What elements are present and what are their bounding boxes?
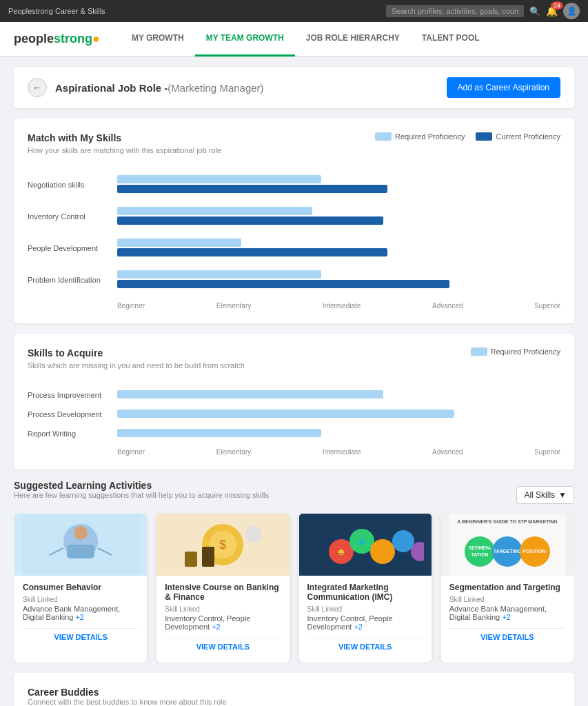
svg-point-17	[392, 530, 414, 552]
match-skills-subtitle: How your skills are matching with this a…	[28, 146, 221, 154]
page-header: ← Aspirational Job Role - (Marketing Man…	[14, 67, 574, 108]
match-skill-row-2: People Development	[28, 239, 560, 258]
acquire-title: Skills to Acquire	[28, 347, 245, 359]
suggested-learning-titles: Suggested Learning Activities Here are f…	[14, 480, 269, 510]
skills-filter-dropdown[interactable]: All Skills ▼	[516, 486, 574, 504]
learning-card-4-body: Segmentation and Targeting Skill Linked …	[441, 576, 574, 652]
top-bar-right: 🔍 🔔 24 👤	[386, 3, 580, 19]
acquire-axis-beginner: Beginner	[117, 448, 145, 456]
learning-card-3-title: Integrated Marketing Communication (IMC)	[307, 583, 423, 602]
svg-rect-12	[202, 547, 214, 567]
match-skill-row-1: Inventory Control	[28, 207, 560, 226]
legend-current: Current Proficiency	[476, 132, 560, 141]
bar-required-1	[117, 207, 312, 215]
match-skill-label-2: People Development	[28, 244, 117, 252]
suggested-learning-subtitle: Here are few learning suggestions that w…	[14, 491, 269, 499]
buddies-subtitle: Connect with the best buddies to know mo…	[28, 698, 227, 706]
acquire-axis-intermediate: Intermediate	[323, 448, 361, 456]
nav-bar: peoplestrong● MY GROWTH MY TEAM GROWTH J…	[0, 22, 588, 57]
skills-acquire-card: Skills to Acquire Skills which are missi…	[14, 334, 574, 470]
acquire-legend-label: Required Proficiency	[491, 347, 561, 356]
buddies-header: Career Buddies Connect with the best bud…	[28, 687, 560, 706]
learning-card-2-body: Intensive Course on Banking & Finance Sk…	[156, 576, 289, 662]
buddies-title: Career Buddies	[28, 687, 227, 698]
top-bar: Peoplestrong Career & Skills 🔍 🔔 24 👤	[0, 0, 588, 22]
learning-card-4-tag: +2	[502, 613, 511, 621]
buddies-titles: Career Buddies Connect with the best bud…	[28, 687, 227, 706]
match-skills-header: Match with My Skills How your skills are…	[28, 132, 560, 165]
learning-card-2-title: Intensive Course on Banking & Finance	[165, 583, 281, 602]
svg-point-23	[465, 536, 495, 567]
learning-card-2-skill-value: Inventory Control, People Development +2	[165, 614, 281, 631]
svg-point-10	[245, 526, 262, 543]
acquire-skill-label-1: Process Development	[28, 410, 117, 418]
legend-current-box	[476, 132, 492, 141]
career-buddies-section: Career Buddies Connect with the best bud…	[14, 673, 574, 706]
bar-current-2	[117, 248, 387, 256]
match-skills-titles: Match with My Skills How your skills are…	[28, 132, 221, 165]
svg-point-2	[74, 526, 88, 540]
search-icon[interactable]: 🔍	[529, 6, 540, 17]
suggested-learning-header: Suggested Learning Activities Here are f…	[14, 480, 574, 510]
learning-card-3-tag: +2	[354, 623, 363, 631]
learning-card-1-tag: +2	[75, 613, 84, 621]
bar-current-0	[117, 185, 387, 193]
learning-card-2-view-details[interactable]: VIEW DETAILS	[165, 638, 281, 655]
svg-rect-3	[67, 545, 94, 558]
match-skills-card: Match with My Skills How your skills are…	[14, 119, 574, 323]
learning-card-2-skill-label: Skill Linked	[165, 605, 281, 613]
svg-text:A BEGINNER'S GUIDE TO STP MARK: A BEGINNER'S GUIDE TO STP MARKETING	[457, 519, 558, 524]
match-skills-legend: Required Proficiency Current Proficiency	[375, 132, 560, 141]
match-skill-row-3: Problem Identification	[28, 270, 560, 290]
learning-card-1-view-details[interactable]: VIEW DETAILS	[23, 628, 139, 645]
learning-card-1-image	[14, 514, 147, 576]
acquire-skill-bars-1	[117, 410, 560, 419]
learning-card-2-tag: +2	[212, 623, 221, 631]
nav-links: MY GROWTH MY TEAM GROWTH JOB ROLE HIERAR…	[121, 22, 491, 57]
svg-text:POSITION-: POSITION-	[523, 549, 547, 554]
back-button[interactable]: ←	[28, 78, 47, 97]
bar-required-0	[117, 175, 321, 183]
learning-card-1-skill-value: Advance Bank Management, Digital Banking…	[23, 605, 139, 621]
suggested-learning-section: Suggested Learning Activities Here are f…	[14, 480, 574, 663]
legend-required-box	[375, 132, 392, 141]
acquire-axis-superior: Superior	[534, 448, 560, 456]
nav-job-role-hierarchy[interactable]: JOB ROLE HIERARCHY	[295, 22, 411, 57]
axis-advanced: Advanced	[432, 302, 463, 310]
user-avatar[interactable]: 👤	[563, 3, 580, 19]
acquire-titles: Skills to Acquire Skills which are missi…	[28, 347, 245, 380]
axis-elementary: Elementary	[216, 302, 252, 310]
learning-card-4-view-details[interactable]: VIEW DETAILS	[449, 628, 565, 645]
svg-text:😀: 😀	[338, 549, 345, 556]
learning-card-1-title: Consumer Behavior	[23, 583, 139, 592]
nav-my-growth[interactable]: MY GROWTH	[121, 22, 195, 57]
logo: peoplestrong●	[14, 32, 100, 46]
learning-card-2-image: $	[156, 514, 289, 576]
learning-card-3-image: 😀 🌐	[299, 514, 432, 576]
acquire-legend: Required Proficiency	[471, 347, 561, 356]
legend-required-label: Required Proficiency	[395, 132, 465, 141]
page-title: Aspirational Job Role -	[55, 82, 168, 94]
add-aspiration-button[interactable]: Add as Career Aspiration	[447, 77, 560, 98]
nav-my-team-growth[interactable]: MY TEAM GROWTH	[195, 22, 295, 57]
legend-required: Required Proficiency	[375, 132, 465, 141]
match-skill-bars-1	[117, 207, 560, 226]
search-input[interactable]	[386, 5, 524, 17]
svg-text:TATION: TATION	[471, 552, 488, 557]
learning-card-3: 😀 🌐 Integrated Marketing Communication (…	[298, 513, 432, 663]
learning-card-3-skill-label: Skill Linked	[307, 605, 423, 613]
page-subtitle: (Marketing Manager)	[168, 82, 263, 94]
learning-card-4-skill-value: Advance Bank Management, Digital Banking…	[449, 605, 565, 621]
logo-people-text: people	[14, 32, 54, 46]
match-skills-chart: Negotiation skills Inventory Control Peo…	[28, 175, 560, 290]
learning-card-4-skill-label: Skill Linked	[449, 596, 565, 603]
notification-bell[interactable]: 🔔 24	[546, 6, 558, 17]
match-skill-bars-2	[117, 239, 560, 258]
chevron-down-icon: ▼	[558, 490, 567, 500]
learning-card-3-view-details[interactable]: VIEW DETAILS	[307, 638, 423, 655]
nav-talent-pool[interactable]: TALENT POOL	[411, 22, 491, 57]
acquire-legend-required: Required Proficiency	[471, 347, 561, 356]
learning-card-4: A BEGINNER'S GUIDE TO STP MARKETING SEGM…	[440, 513, 574, 663]
learning-card-4-image: A BEGINNER'S GUIDE TO STP MARKETING SEGM…	[441, 514, 574, 576]
bar-required-2	[117, 239, 241, 247]
